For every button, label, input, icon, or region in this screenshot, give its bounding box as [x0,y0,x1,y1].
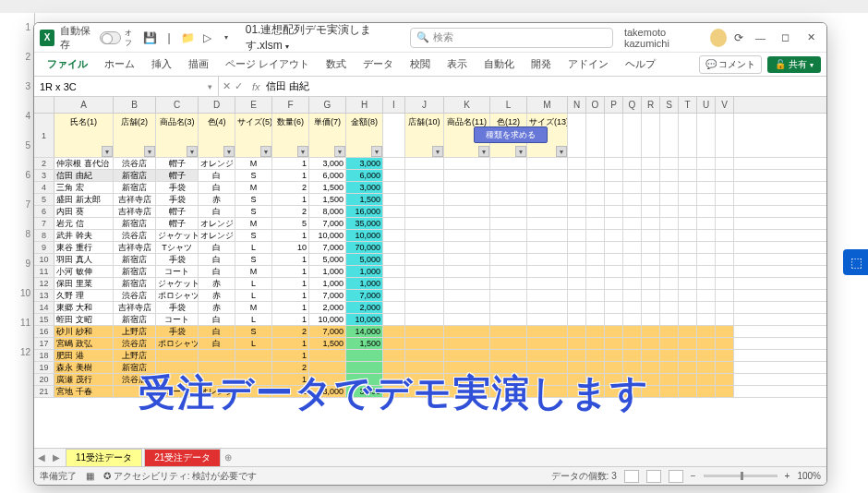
cell[interactable] [605,290,623,301]
cell[interactable] [697,194,716,205]
cell[interactable] [405,218,444,229]
sheet-nav-prev-icon[interactable]: ◀ [34,452,49,463]
cell[interactable]: 7,000 [309,242,346,253]
cell[interactable] [586,170,605,181]
cell[interactable]: 廣瀬 茂行 [54,374,114,385]
cell[interactable] [405,182,444,193]
cell[interactable]: S [235,194,272,205]
cell[interactable] [697,314,716,325]
cell[interactable]: 帽子 [156,170,199,181]
cell[interactable]: 内田 葵 [54,206,114,217]
header-cell[interactable] [623,114,642,157]
cell[interactable]: 5,000 [346,254,383,265]
ppt-slide-thumb[interactable]: 9 [0,249,34,279]
cell[interactable]: 東郷 大和 [54,302,114,313]
autosave-toggle[interactable]: 自動保存 オフ [60,24,138,52]
filter-dropdown-icon[interactable]: ▾ [432,146,443,157]
cell[interactable] [490,182,527,193]
user-name[interactable]: takemoto kazumichi [624,27,705,49]
view-break-icon[interactable] [669,470,683,483]
cell[interactable]: 2 [272,182,309,193]
cell[interactable] [490,338,527,349]
cell[interactable]: 手袋 [156,194,199,205]
cell[interactable] [660,230,679,241]
cell[interactable] [527,230,568,241]
cell[interactable] [527,278,568,289]
cell[interactable] [383,254,405,265]
cell[interactable]: 白 [199,206,235,217]
cell[interactable]: M [235,302,272,313]
cell[interactable]: オレンジ [199,218,235,229]
cell[interactable]: 赤 [199,302,235,313]
col-header-G[interactable]: G [309,97,346,113]
cell[interactable]: 白 [199,254,235,265]
cell[interactable]: 6,000 [346,170,383,181]
cell[interactable] [697,278,716,289]
cell[interactable] [623,170,642,181]
cell[interactable] [605,254,623,265]
cell[interactable] [527,158,568,169]
cell[interactable]: 手袋 [156,302,199,313]
cell[interactable]: 1 [272,158,309,169]
cell[interactable] [642,326,660,337]
cell[interactable] [527,254,568,265]
cell[interactable] [568,158,586,169]
cell[interactable] [444,158,490,169]
cell[interactable] [383,230,405,241]
cell[interactable]: 三角 宏 [54,182,114,193]
cell[interactable]: 3,000 [346,158,383,169]
cell[interactable]: 1 [272,170,309,181]
cell[interactable] [697,158,716,169]
ppt-slide-thumb[interactable]: 10 [0,279,34,308]
cell[interactable]: 宮嶋 政弘 [54,338,114,349]
cell[interactable] [660,290,679,301]
cell[interactable]: 羽田 真人 [54,254,114,265]
cell[interactable] [490,326,527,337]
cell[interactable]: 7,000 [346,290,383,301]
cell[interactable] [586,338,605,349]
cell[interactable] [660,242,679,253]
cell[interactable] [309,350,346,361]
cell[interactable] [405,326,444,337]
folder-icon[interactable]: 📁 [181,30,195,45]
cell[interactable]: オレンジ [199,158,235,169]
cell[interactable] [383,326,405,337]
cell[interactable]: 赤 [199,278,235,289]
cell[interactable] [527,194,568,205]
cell[interactable] [660,182,679,193]
cell[interactable]: 2 [272,326,309,337]
filter-dropdown-icon[interactable]: ▾ [144,146,155,157]
header-cell[interactable]: 氏名(1)▾ [54,114,114,157]
cell[interactable] [679,290,697,301]
cell[interactable] [605,242,623,253]
cell[interactable] [679,278,697,289]
cell[interactable] [490,278,527,289]
col-header-V[interactable]: V [716,97,734,113]
cell[interactable] [679,386,697,397]
select-all-corner[interactable] [34,97,54,113]
cell[interactable] [444,350,490,361]
cell[interactable] [605,278,623,289]
cell[interactable] [660,314,679,325]
cell[interactable] [383,158,405,169]
cell[interactable] [568,206,586,217]
cell[interactable]: 白 [199,170,235,181]
cell[interactable] [527,266,568,277]
view-layout-icon[interactable] [646,470,661,483]
cell[interactable]: 1 [272,338,309,349]
col-header-L[interactable]: L [490,97,527,113]
sheet-tab-2[interactable]: 21受注データ [144,449,221,467]
cell[interactable] [444,254,490,265]
cell[interactable] [568,230,586,241]
cell[interactable] [642,158,660,169]
cell[interactable] [527,170,568,181]
cell[interactable] [586,278,605,289]
cell[interactable] [697,254,716,265]
cell[interactable]: ポロシャツ [156,338,199,349]
cell[interactable]: 5,000 [309,254,346,265]
chevron-down-icon[interactable]: ▾ [208,82,212,91]
cell[interactable] [444,230,490,241]
ppt-slide-thumb[interactable]: 11 [0,308,34,338]
cell[interactable]: 10,000 [346,314,383,325]
cell[interactable] [405,278,444,289]
